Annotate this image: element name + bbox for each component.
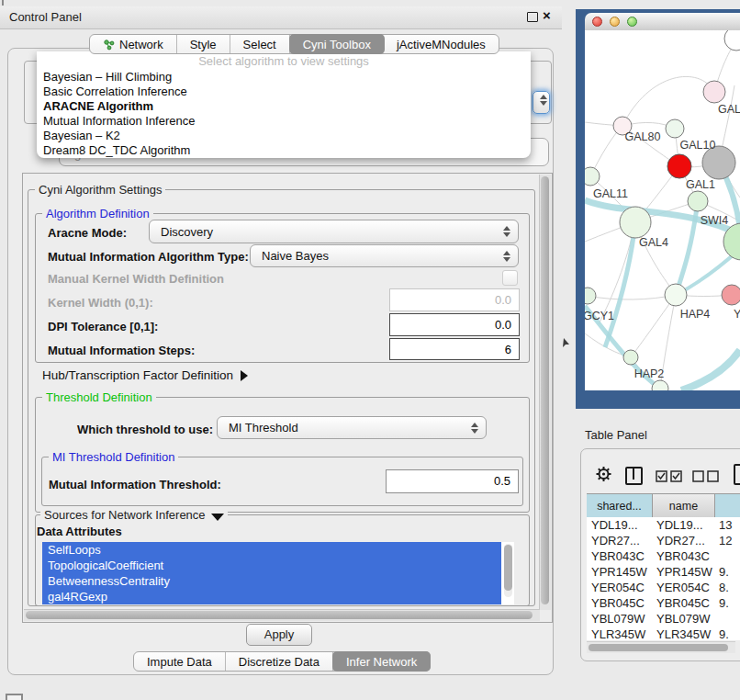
kernel-width-label: Kernel Width (0,1): xyxy=(48,296,153,310)
node xyxy=(703,81,725,103)
node xyxy=(722,285,740,305)
table-row[interactable]: YPR145WYPR145W9. xyxy=(587,564,740,580)
apply-button[interactable]: Apply xyxy=(246,624,312,646)
column-header-partial[interactable] xyxy=(715,494,740,518)
table-row[interactable]: YBL079WYBL079W xyxy=(587,611,740,627)
control-panel-titlebar: Control Panel × xyxy=(0,6,562,29)
table-row[interactable]: YLR345WYLR345W9. xyxy=(587,627,740,640)
disclosure-right-icon xyxy=(241,370,248,381)
list-item[interactable]: TopologicalCoefficient xyxy=(42,558,501,573)
tab-cyni-toolbox[interactable]: Cyni Toolbox xyxy=(289,34,385,54)
tab-impute-data[interactable]: Impute Data xyxy=(134,652,226,671)
list-item[interactable]: SelfLoops xyxy=(42,542,501,558)
svg-text:SWI4: SWI4 xyxy=(701,214,729,227)
svg-text:GCY1: GCY1 xyxy=(585,310,614,322)
list-scrollbar[interactable] xyxy=(504,544,512,597)
column-header-shared[interactable]: shared... xyxy=(587,494,653,518)
network-canvas[interactable]: GAL GAL80 GAL10 GAL1 SWI4 GAL11 GAL4 GCY… xyxy=(585,30,740,390)
mi-algorithm-type-combo[interactable]: Naive Bayes xyxy=(250,244,519,267)
minimized-panel-icon[interactable] xyxy=(6,694,23,700)
popup-item-selected[interactable]: ARACNE Algorithm xyxy=(37,99,531,114)
mouse-cursor xyxy=(562,338,570,348)
popup-item[interactable]: Bayesian – K2 xyxy=(37,129,531,143)
data-attributes-label: Data Attributes xyxy=(37,525,122,538)
table-row[interactable]: YDL19...YDL19...13 xyxy=(587,517,740,533)
list-item[interactable]: gal4RGexp xyxy=(42,589,501,604)
cyni-settings-title: Cyni Algorithm Settings xyxy=(35,183,165,197)
disclosure-down-icon xyxy=(211,514,224,521)
table-panel-title: Table Panel xyxy=(585,428,647,442)
tab-label: Network xyxy=(119,38,163,51)
close-icon[interactable]: × xyxy=(543,7,551,23)
table-row[interactable]: YER054CYER054C8. xyxy=(587,580,740,595)
aracne-mode-combo[interactable]: Discovery xyxy=(149,220,519,243)
bottom-tabs: Impute Data Discretize Data Infer Networ… xyxy=(133,651,431,672)
tab-select[interactable]: Select xyxy=(230,35,290,53)
node-gal11 xyxy=(585,167,600,186)
node-gal4 xyxy=(620,207,651,238)
kernel-width-field[interactable]: 0.0 xyxy=(389,288,520,311)
popup-placeholder: Select algorithm to view settings xyxy=(37,54,531,70)
svg-text:GAL80: GAL80 xyxy=(625,130,661,143)
minimize-traffic-light[interactable] xyxy=(610,17,620,27)
which-threshold-label: Which threshold to use: xyxy=(77,423,213,436)
stepper-icon xyxy=(499,251,514,262)
data-attributes-list: SelfLoops TopologicalCoefficient Between… xyxy=(42,542,514,604)
close-traffic-light[interactable] xyxy=(592,17,602,27)
node-swi4 xyxy=(688,191,708,211)
unchecked-boxes-icon[interactable] xyxy=(692,470,720,485)
mi-threshold-field[interactable]: 0.5 xyxy=(386,469,519,493)
table-horizontal-scrollbar[interactable] xyxy=(587,641,735,653)
sources-title[interactable]: Sources for Network Inference xyxy=(40,508,228,522)
network-icon xyxy=(103,39,115,51)
stepper-icon xyxy=(467,423,482,434)
tab-infer-network[interactable]: Infer Network xyxy=(332,651,431,672)
edge-artifact xyxy=(2,0,4,6)
column-header-name[interactable]: name xyxy=(653,494,715,518)
popup-item[interactable]: Mutual Information Inference xyxy=(37,114,531,129)
stepper-icon xyxy=(499,226,514,237)
svg-text:Y: Y xyxy=(734,308,740,321)
checked-boxes-icon[interactable] xyxy=(656,470,683,485)
gear-icon[interactable] xyxy=(595,465,612,483)
algorithm-definition-title: Algorithm Definition xyxy=(42,207,153,220)
columns-icon[interactable] xyxy=(625,467,643,485)
popup-item[interactable]: Bayesian – Hill Climbing xyxy=(37,70,531,85)
tab-discretize-data[interactable]: Discretize Data xyxy=(226,652,333,671)
float-window-icon[interactable] xyxy=(527,12,538,22)
node-hap2 xyxy=(623,350,638,365)
table-rows: YDL19...YDL19...13 YDR27...YDR27...12 YB… xyxy=(587,517,740,640)
table-row[interactable]: YDR27...YDR27...12 xyxy=(587,533,740,548)
svg-text:HAP4: HAP4 xyxy=(680,308,711,321)
list-item[interactable]: BetweennessCentrality xyxy=(42,573,501,589)
manual-kernel-width-checkbox[interactable] xyxy=(502,270,518,286)
dpi-tolerance-field[interactable]: 0.0 xyxy=(389,313,520,336)
zoom-traffic-light[interactable] xyxy=(627,17,637,27)
mi-threshold-label: Mutual Information Threshold: xyxy=(49,478,221,491)
network-window-titlebar[interactable] xyxy=(585,13,740,31)
node-gal10 xyxy=(666,119,684,138)
dpi-tolerance-label: DPI Tolerance [0,1]: xyxy=(48,320,158,333)
table-row[interactable]: YBR043CYBR043C xyxy=(587,548,740,564)
svg-text:GAL11: GAL11 xyxy=(593,187,628,200)
vertical-scrollbar[interactable] xyxy=(539,175,551,610)
svg-text:GAL: GAL xyxy=(718,103,740,116)
tab-style[interactable]: Style xyxy=(177,35,230,53)
tab-jactivemnodules[interactable]: jActiveMNodules xyxy=(384,35,499,53)
mi-threshold-group-title: MI Threshold Definition xyxy=(49,450,178,464)
svg-text:HAP2: HAP2 xyxy=(634,367,665,380)
algorithm-combo-stepper[interactable] xyxy=(533,91,550,114)
popup-item[interactable]: Dream8 DC_TDC Algorithm xyxy=(37,143,531,158)
table-row[interactable]: YBR045CYBR045C9. xyxy=(587,595,740,611)
svg-text:GAL4: GAL4 xyxy=(639,236,668,249)
hub-definition-disclosure[interactable]: Hub/Transcription Factor Definition xyxy=(42,368,248,382)
popup-item[interactable]: Basic Correlation Inference xyxy=(37,85,531,99)
threshold-definition-title: Threshold Definition xyxy=(42,390,156,404)
mi-steps-label: Mutual Information Steps: xyxy=(48,344,195,357)
mi-steps-field[interactable]: 6 xyxy=(389,338,520,360)
tab-network[interactable]: Network xyxy=(90,35,177,53)
horizontal-scrollbar[interactable] xyxy=(24,609,540,621)
document-icon[interactable] xyxy=(734,464,740,485)
svg-text:GAL10: GAL10 xyxy=(680,139,716,152)
which-threshold-combo[interactable]: MI Threshold xyxy=(217,416,487,439)
